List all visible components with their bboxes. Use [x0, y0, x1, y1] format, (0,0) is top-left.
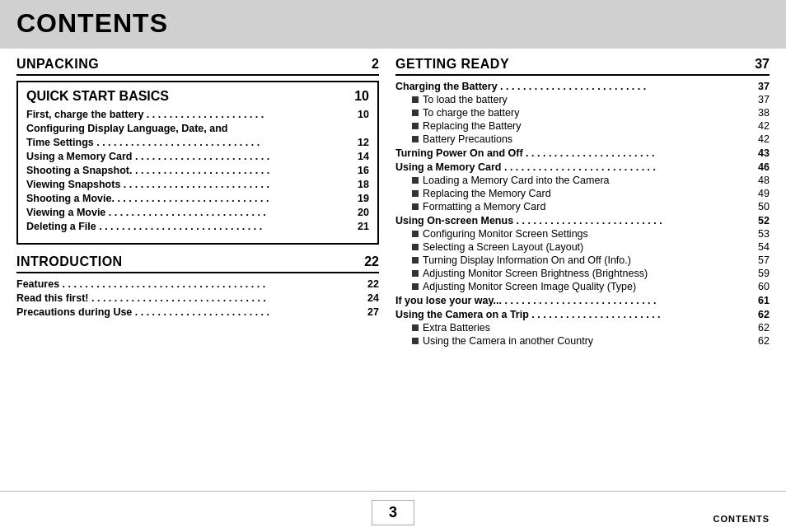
r-label-brightness: Adjusting Monitor Screen Brightness (Bri…: [423, 268, 755, 279]
r-label-load-card: Loading a Memory Card into the Camera: [423, 175, 755, 186]
quick-start-header: QUICK START BASICS 10: [26, 89, 369, 104]
quick-start-title: QUICK START BASICS: [26, 89, 169, 104]
r-page-menus: 52: [758, 215, 770, 226]
r-page-lose-way: 61: [758, 295, 770, 306]
toc-row-config: Configuring Display Language, Date, and: [26, 123, 369, 134]
toc-page-precautions: 27: [367, 306, 379, 318]
r-label-battery-precautions: Battery Precautions: [423, 133, 755, 145]
r-toc-trip: Using the Camera on a Trip . . . . . . .…: [395, 309, 770, 320]
page-header: CONTENTS: [0, 0, 786, 49]
r-label-display-info: Turning Display Information On and Off (…: [423, 254, 755, 266]
r-label-memcard: Using a Memory Card . . . . . . . . . . …: [395, 161, 755, 173]
toc-label-features: Features . . . . . . . . . . . . . . . .…: [16, 278, 265, 290]
r-page-load-card: 48: [758, 175, 770, 186]
r-label-another-country: Using the Camera in another Country: [423, 335, 755, 347]
unpacking-page: 2: [372, 57, 379, 72]
unpacking-title: UNPACKING: [16, 57, 99, 72]
getting-ready-page: 37: [755, 57, 770, 72]
r-sub-brightness: Adjusting Monitor Screen Brightness (Bri…: [395, 268, 770, 279]
bullet-icon: [412, 177, 419, 184]
r-page-power: 43: [758, 147, 770, 159]
r-page-format-card: 50: [758, 201, 770, 212]
r-sub-load-battery: To load the battery 37: [395, 94, 770, 105]
r-sub-quality: Adjusting Monitor Screen Image Quality (…: [395, 281, 770, 292]
r-label-replace-battery: Replacing the Battery: [423, 120, 755, 132]
r-sub-charge-battery: To charge the battery 38: [395, 107, 770, 119]
r-sub-load-card: Loading a Memory Card into the Camera 48: [395, 175, 770, 186]
toc-row-delete: Deleting a File . . . . . . . . . . . . …: [26, 221, 369, 232]
r-toc-memcard: Using a Memory Card . . . . . . . . . . …: [395, 161, 770, 173]
bullet-icon: [412, 270, 419, 277]
page-title: CONTENTS: [16, 8, 770, 39]
getting-ready-section: GETTING READY 37: [395, 57, 770, 76]
page-number: 3: [389, 504, 397, 520]
bullet-icon: [412, 96, 419, 103]
bullet-icon: [412, 110, 419, 116]
bullet-icon: [412, 136, 419, 142]
bullet-icon: [412, 338, 419, 344]
r-page-trip: 62: [758, 309, 770, 320]
r-label-layout: Selecting a Screen Layout (Layout): [423, 241, 755, 253]
page-number-box: 3: [372, 500, 414, 525]
bullet-icon: [412, 231, 419, 237]
r-page-battery-precautions: 42: [758, 133, 770, 145]
r-page-layout: 54: [758, 241, 770, 253]
r-page-replace-card: 49: [758, 188, 770, 199]
quick-start-box: QUICK START BASICS 10 First, charge the …: [16, 81, 379, 245]
r-page-extra-batteries: 62: [758, 322, 770, 334]
toc-label-snapshot: Shooting a Snapshot. . . . . . . . . . .…: [26, 165, 269, 176]
bullet-icon: [412, 257, 419, 264]
toc-label-config: Configuring Display Language, Date, and: [26, 123, 227, 134]
main-content: UNPACKING 2 QUICK START BASICS 10 First,…: [0, 57, 786, 348]
toc-page-delete: 21: [358, 221, 369, 232]
toc-row-charge: First, charge the battery . . . . . . . …: [26, 109, 369, 120]
toc-page-view-movie: 20: [358, 207, 369, 218]
r-page-replace-battery: 42: [758, 120, 770, 132]
r-label-charging: Charging the Battery . . . . . . . . . .…: [395, 81, 755, 92]
bullet-icon: [412, 244, 419, 250]
r-label-power: Turning Power On and Off . . . . . . . .…: [395, 147, 755, 159]
toc-label-read-first: Read this first! . . . . . . . . . . . .…: [16, 292, 266, 304]
r-sub-config-screen: Configuring Monitor Screen Settings 53: [395, 228, 770, 240]
bullet-icon: [412, 190, 419, 197]
r-label-replace-card: Replacing the Memory Card: [423, 188, 755, 199]
r-sub-replace-battery: Replacing the Battery 42: [395, 120, 770, 132]
unpacking-section: UNPACKING 2: [16, 57, 379, 76]
toc-label-delete: Deleting a File . . . . . . . . . . . . …: [26, 221, 262, 232]
r-label-config-screen: Configuring Monitor Screen Settings: [423, 228, 755, 240]
toc-row-precautions: Precautions during Use . . . . . . . . .…: [16, 306, 379, 318]
toc-label-memcard: Using a Memory Card . . . . . . . . . . …: [26, 151, 269, 162]
toc-row-view-movie: Viewing a Movie . . . . . . . . . . . . …: [26, 207, 369, 218]
r-page-memcard: 46: [758, 161, 770, 173]
toc-row-shoot-movie: Shooting a Movie. . . . . . . . . . . . …: [26, 193, 369, 204]
r-page-charge-battery: 38: [758, 107, 770, 119]
r-sub-another-country: Using the Camera in another Country 62: [395, 335, 770, 347]
quick-start-page: 10: [354, 89, 369, 104]
bullet-icon: [412, 283, 419, 290]
bullet-icon: [412, 324, 419, 331]
r-toc-charging: Charging the Battery . . . . . . . . . .…: [395, 81, 770, 92]
r-page-another-country: 62: [758, 335, 770, 347]
toc-page-read-first: 24: [367, 292, 379, 304]
toc-row-read-first: Read this first! . . . . . . . . . . . .…: [16, 292, 379, 304]
toc-page-charge: 10: [358, 109, 369, 120]
toc-row-view-snap: Viewing Snapshots . . . . . . . . . . . …: [26, 179, 369, 190]
introduction-section: INTRODUCTION 22: [16, 254, 379, 273]
r-sub-display-info: Turning Display Information On and Off (…: [395, 254, 770, 266]
r-label-format-card: Formatting a Memory Card: [423, 201, 755, 212]
r-page-brightness: 59: [758, 268, 770, 279]
r-page-config-screen: 53: [758, 228, 770, 240]
toc-row-snapshot: Shooting a Snapshot. . . . . . . . . . .…: [26, 165, 369, 176]
toc-page-memcard: 14: [358, 151, 369, 162]
right-column: GETTING READY 37 Charging the Battery . …: [395, 57, 770, 348]
r-sub-battery-precautions: Battery Precautions 42: [395, 133, 770, 145]
r-label-charge-battery: To charge the battery: [423, 107, 755, 119]
r-page-quality: 60: [758, 281, 770, 292]
toc-row-features: Features . . . . . . . . . . . . . . . .…: [16, 278, 379, 290]
toc-label-view-movie: Viewing a Movie . . . . . . . . . . . . …: [26, 207, 266, 218]
toc-page-shoot-movie: 19: [358, 193, 369, 204]
toc-row-time: Time Settings . . . . . . . . . . . . . …: [26, 137, 369, 148]
r-toc-lose-way: If you lose your way... . . . . . . . . …: [395, 295, 770, 306]
r-toc-menus: Using On-screen Menus . . . . . . . . . …: [395, 215, 770, 226]
r-page-charging: 37: [758, 81, 770, 92]
